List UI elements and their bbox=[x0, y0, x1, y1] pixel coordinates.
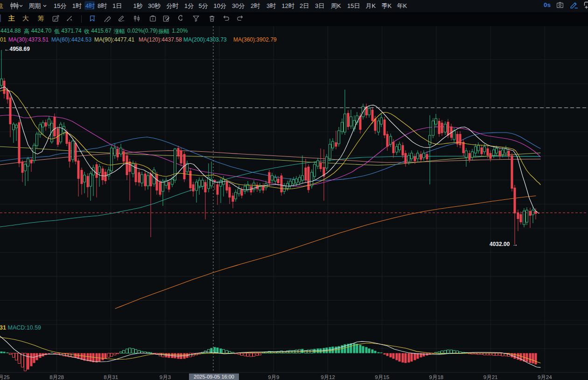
svg-text:9月21: 9月21 bbox=[483, 374, 498, 380]
svg-text:9月24: 9月24 bbox=[538, 374, 552, 380]
svg-text:4032.00: 4032.00 bbox=[490, 241, 510, 247]
svg-text:8月28: 8月28 bbox=[49, 374, 64, 380]
svg-text:9月9: 9月9 bbox=[268, 374, 279, 380]
svg-text:→: → bbox=[512, 241, 518, 247]
svg-text:4958.69: 4958.69 bbox=[10, 46, 30, 52]
svg-text:8月31: 8月31 bbox=[104, 374, 118, 380]
svg-text:2025-09-05 16:00: 2025-09-05 16:00 bbox=[194, 374, 234, 380]
svg-text:8月25: 8月25 bbox=[0, 374, 10, 380]
svg-text:9月15: 9月15 bbox=[375, 374, 389, 380]
svg-text:MACD:10.59: MACD:10.59 bbox=[8, 324, 42, 331]
svg-text:←: ← bbox=[4, 46, 10, 52]
svg-text:31: 31 bbox=[0, 324, 6, 331]
svg-text:9月12: 9月12 bbox=[321, 374, 335, 380]
svg-text:9月3: 9月3 bbox=[160, 374, 171, 380]
svg-text:9月18: 9月18 bbox=[429, 374, 444, 380]
